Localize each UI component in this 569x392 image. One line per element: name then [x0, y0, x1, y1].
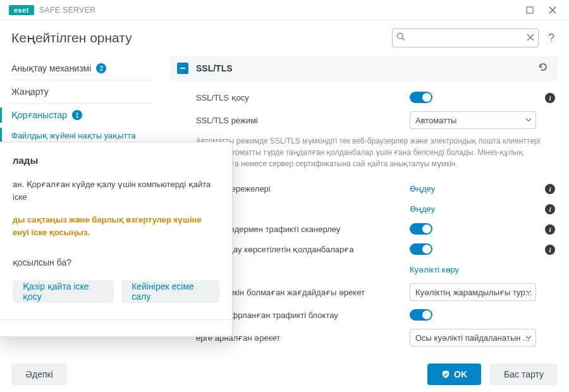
info-icon[interactable]: i: [542, 223, 558, 235]
section-header: SSL/TLS: [169, 56, 558, 81]
svg-rect-3: [180, 68, 185, 69]
remind-later-button[interactable]: Кейінірек есіме салу: [121, 280, 219, 303]
sidebar-item-label: Анықтау механизмі: [11, 63, 91, 73]
ok-label: OK: [454, 369, 467, 379]
row-label: SSL/TLS қосу: [196, 93, 410, 102]
toggle-ssl-enable[interactable]: [410, 92, 432, 103]
restart-now-button[interactable]: Қазір қайта іске қосу: [13, 280, 114, 303]
select-value: Осы куәлікті пайдаланатын ...: [415, 333, 530, 343]
sidebar-item-label: Қорғаныстар: [11, 110, 67, 120]
svg-point-1: [397, 33, 403, 39]
dialog-warning: ды сақтаңыз және барлық өзгертулер күшін…: [13, 214, 219, 239]
dialog-separator: [0, 319, 232, 320]
sidebar-badge: 1: [72, 110, 82, 120]
sidebar-separator: [11, 103, 152, 104]
dialog-text: ан. Қорғалған күйде қалу үшін компьютерд…: [13, 178, 219, 204]
select-value: Куәліктің жарамдылығы тур...: [415, 288, 532, 297]
toggle-block-encrypted[interactable]: [410, 309, 432, 321]
view-cert-link[interactable]: Куәлікті көру: [410, 265, 459, 274]
row-label: SSL/TLS режимі: [196, 116, 410, 125]
row-ssl-mode: SSL/TLS режимі Автоматты: [169, 107, 558, 133]
sidebar-item-detection[interactable]: Анықтау механизмі 2: [0, 58, 163, 78]
titlebar: eset SAFE SERVER: [0, 0, 569, 20]
select-ssl-mode[interactable]: Автоматты: [410, 111, 536, 129]
window-close-button[interactable]: [541, 0, 564, 20]
restart-dialog: лады ан. Қорғалған күйде қалу үшін компь…: [0, 142, 233, 337]
section-title: SSL/TLS: [196, 63, 536, 73]
info-icon[interactable]: i: [542, 203, 558, 214]
info-icon[interactable]: i: [542, 183, 558, 194]
chevron-down-icon: [525, 333, 532, 343]
info-icon[interactable]: i: [542, 92, 558, 103]
help-button[interactable]: ?: [542, 32, 560, 45]
footer: Әдепкі OK Бас тарту: [0, 357, 569, 392]
cancel-button[interactable]: Бас тарту: [490, 364, 558, 385]
chevron-down-icon: [525, 116, 532, 125]
page-title: Кеңейтілген орнату: [11, 30, 132, 46]
clear-icon[interactable]: [527, 32, 534, 44]
toggle-support-apps[interactable]: [410, 243, 432, 255]
sidebar-badge: 2: [96, 63, 106, 73]
window-maximize-button[interactable]: [518, 0, 541, 20]
chevron-down-icon: [525, 288, 532, 297]
edit-link[interactable]: Өңдеу: [410, 204, 435, 214]
dialog-question: қосылсын ба?: [13, 257, 219, 267]
undo-icon[interactable]: [536, 62, 550, 75]
sidebar-separator: [11, 80, 152, 80]
brand-badge: eset: [9, 5, 34, 15]
row-ssl-enable: SSL/TLS қосу i: [169, 87, 558, 107]
shield-icon: [441, 370, 450, 379]
select-nosetup-action[interactable]: Куәліктің жарамдылығы тур...: [410, 283, 536, 301]
sidebar-item-update[interactable]: Жаңарту: [0, 82, 163, 102]
sidebar-item-label: Жаңарту: [11, 87, 49, 97]
svg-line-2: [402, 38, 405, 40]
dialog-actions: Қазір қайта іске қосу Кейінірек есіме са…: [13, 280, 219, 303]
select-cert-action[interactable]: Осы куәлікті пайдаланатын ...: [410, 329, 536, 346]
brand-name: SAFE SERVER: [39, 6, 95, 15]
ok-button[interactable]: OK: [427, 364, 481, 385]
select-value: Автоматты: [415, 116, 456, 125]
dialog-title: лады: [13, 155, 219, 166]
sidebar-item-protections[interactable]: Қорғаныстар 1: [0, 105, 163, 125]
edit-link[interactable]: Өңдеу: [410, 184, 435, 193]
info-icon[interactable]: i: [542, 243, 558, 255]
search-input[interactable]: [410, 34, 520, 43]
search-field[interactable]: [392, 28, 539, 47]
svg-rect-0: [527, 7, 533, 13]
collapse-icon[interactable]: [177, 63, 188, 74]
page-header: Кеңейтілген орнату ?: [0, 20, 569, 56]
toggle-domain-scan[interactable]: [410, 223, 432, 235]
default-button[interactable]: Әдепкі: [11, 364, 67, 385]
search-icon: [396, 32, 405, 44]
